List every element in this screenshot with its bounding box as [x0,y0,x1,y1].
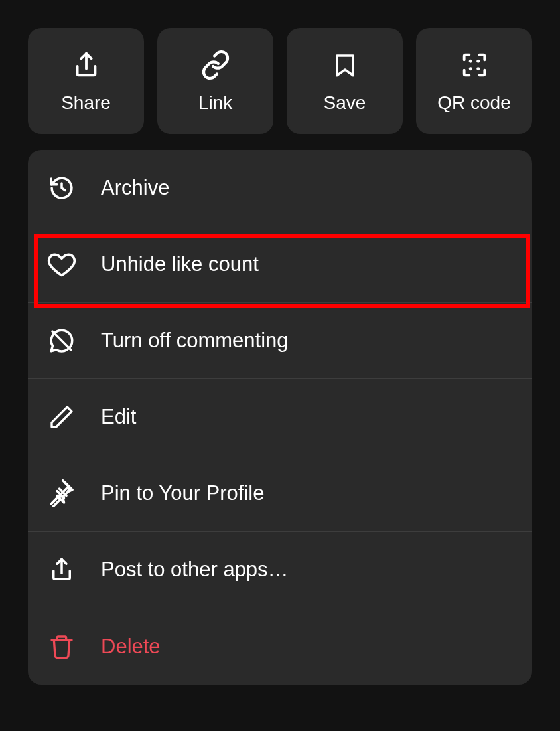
share-icon [70,48,103,82]
svg-point-1 [476,60,480,63]
heart-icon [46,249,77,280]
delete-label: Delete [101,635,161,659]
pin-icon [46,478,77,509]
edit-item[interactable]: Edit [28,379,532,455]
archive-label: Archive [101,176,169,200]
menu-list: Archive Unhide like count Turn off comme… [28,150,532,685]
bookmark-icon [328,48,362,82]
post-to-other-apps-label: Post to other apps… [101,558,289,582]
share-label: Share [61,92,111,114]
archive-item[interactable]: Archive [28,150,532,226]
qr-code-label: QR code [437,92,511,114]
pencil-icon [46,402,77,432]
share-button[interactable]: Share [28,28,144,134]
svg-point-3 [476,67,480,70]
pin-to-profile-item[interactable]: Pin to Your Profile [28,455,532,532]
share-up-icon [46,554,77,585]
archive-icon [46,173,77,203]
qr-code-button[interactable]: QR code [416,28,532,134]
top-action-row: Share Link Save [28,28,532,134]
qr-code-icon [458,48,491,82]
svg-line-4 [52,331,71,350]
trash-icon [46,631,77,662]
pin-label: Pin to Your Profile [101,481,264,505]
link-label: Link [198,92,232,114]
edit-label: Edit [101,405,136,429]
save-label: Save [324,92,366,114]
link-icon [199,48,232,82]
save-button[interactable]: Save [287,28,403,134]
turn-off-commenting-label: Turn off commenting [101,329,289,353]
svg-point-0 [468,60,472,63]
link-button[interactable]: Link [157,28,273,134]
delete-item[interactable]: Delete [28,608,532,685]
comment-off-icon [46,325,77,356]
svg-point-2 [468,67,472,70]
unhide-like-count-item[interactable]: Unhide like count [28,226,532,303]
unhide-like-count-label: Unhide like count [101,252,259,276]
post-to-other-apps-item[interactable]: Post to other apps… [28,532,532,608]
turn-off-commenting-item[interactable]: Turn off commenting [28,303,532,379]
